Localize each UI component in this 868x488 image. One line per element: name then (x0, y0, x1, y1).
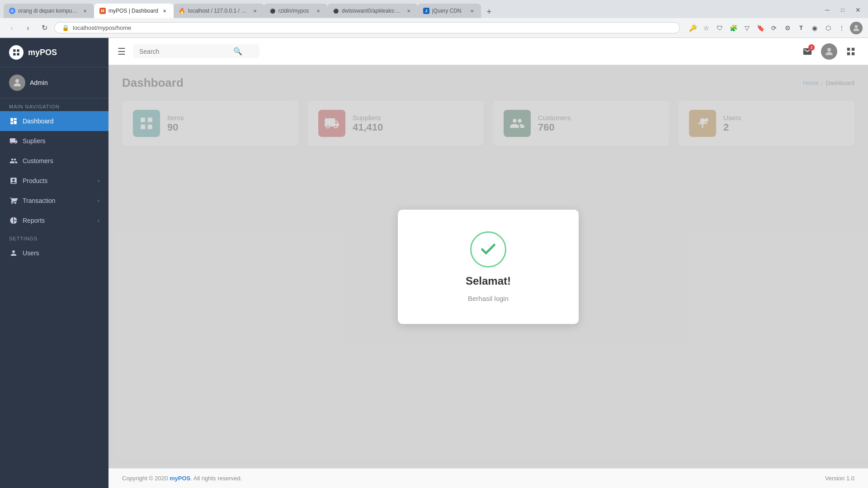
dashboard-icon (9, 117, 18, 126)
svg-point-5 (15, 79, 19, 83)
new-tab-button[interactable]: + (483, 5, 495, 18)
sidebar-label-customers: Customers (23, 157, 99, 164)
svg-point-0 (855, 25, 858, 28)
sidebar-item-products[interactable]: Products ‹ (0, 171, 108, 191)
user-avatar (9, 75, 25, 91)
main-nav-label: MAIN NAVIGATION (0, 99, 108, 111)
star-icon[interactable]: ☆ (701, 23, 712, 33)
footer-brand: myPOS (170, 475, 190, 482)
sidebar-label-reports: Reports (23, 217, 93, 224)
tab-close-6[interactable]: ✕ (468, 7, 476, 14)
customers-icon (9, 156, 18, 165)
grid-view-button[interactable] (843, 43, 859, 60)
notification-badge: 3 (808, 44, 815, 51)
topbar-actions: 3 (799, 43, 859, 60)
tab-label-1: orang di depan komputer - C... (18, 8, 79, 14)
tab-close-5[interactable]: ✕ (405, 7, 412, 14)
tab-favicon-6: J (423, 8, 429, 14)
main-content: ☰ 🔍 3 Dashboard (108, 38, 868, 488)
restore-button[interactable]: □ (836, 4, 849, 16)
brand-name: myPOS (28, 48, 57, 57)
sidebar-item-reports[interactable]: Reports ‹ (0, 211, 108, 230)
menu-icon[interactable]: ⋮ (836, 23, 847, 33)
sidebar-item-customers[interactable]: Customers (0, 151, 108, 171)
minimize-button[interactable]: ─ (821, 4, 834, 16)
extension-icon[interactable]: ⬡ (823, 23, 834, 33)
bookmark-icon[interactable]: 🔖 (755, 23, 766, 33)
tab-close-1[interactable]: ✕ (81, 7, 89, 14)
browser-chrome: G orang di depan komputer - C... ✕ M myP… (0, 0, 868, 38)
reports-icon (9, 216, 18, 225)
sidebar-item-supliers[interactable]: Supliers (0, 131, 108, 151)
modal-overlay[interactable]: Selamat! Berhasil login (108, 65, 868, 468)
tab-favicon-3: 🔥 (179, 8, 185, 14)
key-icon[interactable]: 🔑 (687, 23, 698, 33)
search-input[interactable] (139, 48, 230, 55)
footer-text2: . All rights reserved. (190, 475, 242, 482)
translate-icon[interactable]: T (796, 23, 807, 33)
forward-button[interactable]: › (22, 22, 34, 34)
footer-version: Version 1.0 (825, 475, 854, 482)
browser-tabs: G orang di depan komputer - C... ✕ M myP… (0, 0, 868, 18)
search-box[interactable]: 🔍 (133, 44, 259, 58)
page-content: Dashboard Home / Dashboard Items 90 (108, 65, 868, 468)
puzzle-icon[interactable]: 🧩 (728, 23, 739, 33)
sidebar-item-users[interactable]: Users (0, 243, 108, 263)
app-layout: myPOS Admin MAIN NAVIGATION Dashboard Su… (0, 38, 868, 488)
browser-tab-6[interactable]: J jQuery CDN ✕ (418, 4, 481, 18)
browser-tab-1[interactable]: G orang di depan komputer - C... ✕ (4, 4, 94, 18)
tab-favicon-1: G (9, 8, 15, 14)
refresh-icon[interactable]: ⟳ (769, 23, 779, 33)
shield-icon[interactable]: 🛡 (714, 23, 725, 33)
sidebar-user: Admin (0, 67, 108, 99)
sidebar-label-users: Users (23, 249, 99, 257)
tab-favicon-5: ⚫ (333, 8, 339, 14)
modal-title: Selamat! (466, 275, 511, 287)
back-button[interactable]: ‹ (5, 22, 18, 34)
reload-button[interactable]: ↻ (38, 22, 51, 34)
browser-tab-3[interactable]: 🔥 localhost / 127.0.0.1 / mypos... ✕ (174, 4, 264, 18)
transaction-icon (9, 196, 18, 205)
footer-text: Copyright © 2020 myPOS. All rights reser… (122, 475, 242, 482)
topbar-avatar[interactable] (821, 43, 837, 60)
tab-favicon-2: M (99, 8, 106, 14)
svg-point-6 (827, 48, 831, 52)
tab-close-2[interactable]: ✕ (161, 7, 168, 14)
tab-close-4[interactable]: ✕ (315, 7, 322, 14)
products-arrow-icon: ‹ (98, 178, 99, 184)
transaction-arrow-icon: ‹ (98, 197, 99, 204)
address-bar[interactable]: 🔒 localhost/mypos/home (54, 22, 680, 33)
browser-tab-4[interactable]: ⚫ rzldin/mypos ✕ (264, 4, 327, 18)
close-button[interactable]: ✕ (852, 4, 864, 16)
svg-rect-4 (17, 53, 19, 56)
notifications-button[interactable]: 3 (799, 43, 816, 60)
chrome-icon[interactable]: ◉ (809, 23, 820, 33)
products-icon (9, 176, 18, 185)
arrow-down-icon[interactable]: ▽ (741, 23, 752, 33)
hamburger-icon[interactable]: ☰ (118, 46, 126, 57)
sidebar-label-dashboard: Dashboard (23, 117, 99, 125)
tab-label-4: rzldin/mypos (278, 8, 312, 14)
settings-icon[interactable]: ⚙ (782, 23, 793, 33)
browser-actions: 🔑 ☆ 🛡 🧩 ▽ 🔖 ⟳ ⚙ T ◉ ⬡ ⋮ (687, 22, 863, 34)
tab-label-6: jQuery CDN (432, 8, 466, 14)
tab-close-3[interactable]: ✕ (251, 7, 259, 14)
user-name: Admin (30, 79, 48, 86)
svg-rect-1 (13, 49, 15, 52)
tab-label-2: myPOS | Dashboard (108, 8, 158, 14)
profile-avatar[interactable] (850, 22, 863, 34)
sidebar-brand: myPOS (0, 38, 108, 67)
browser-tab-2[interactable]: M myPOS | Dashboard ✕ (94, 4, 174, 18)
sidebar-label-products: Products (23, 177, 93, 184)
tab-label-3: localhost / 127.0.0.1 / mypos... (188, 8, 249, 14)
address-lock-icon: 🔒 (62, 24, 69, 31)
page-footer: Copyright © 2020 myPOS. All rights reser… (108, 468, 868, 488)
modal-subtitle: Berhasil login (468, 295, 509, 302)
browser-tab-5[interactable]: ⚫ dwisiswant0/apkleaks: Scann... ✕ (327, 4, 418, 18)
sidebar-item-dashboard[interactable]: Dashboard (0, 111, 108, 131)
sidebar-item-transaction[interactable]: Transaction ‹ (0, 191, 108, 211)
success-check-icon (470, 231, 506, 267)
tab-label-5: dwisiswant0/apkleaks: Scann... (342, 8, 402, 14)
settings-label: SETTINGS (0, 230, 108, 243)
search-icon[interactable]: 🔍 (233, 47, 242, 56)
